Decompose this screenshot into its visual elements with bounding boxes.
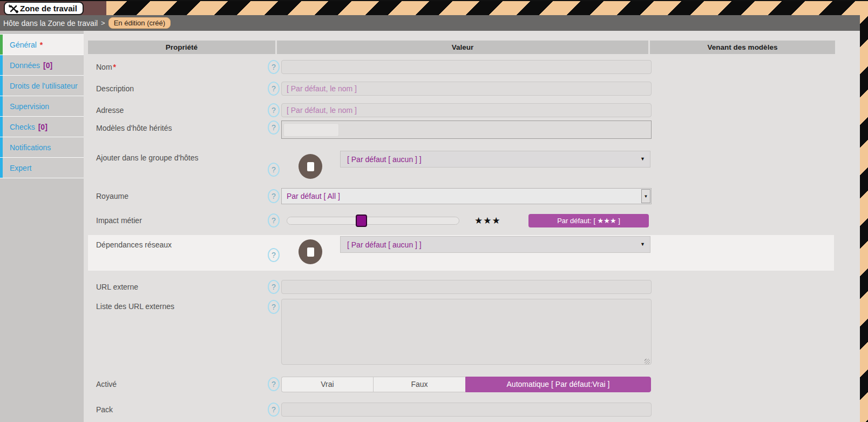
groupe-label: Ajouter dans le groupe d'hôtes [92, 145, 268, 162]
active-label: Activé [92, 380, 268, 388]
row-impact-metier: Impact métier ? ★★★ Par défaut: [ ★★★ ] [88, 208, 860, 233]
sidebar: Général * Données [0] Droits de l'utilis… [0, 31, 84, 422]
description-label: Description [92, 84, 268, 93]
row-description: Description ? [88, 78, 860, 99]
column-header-venant-modeles: Venant des modèles [650, 41, 835, 54]
active-option-automatique[interactable]: Automatique [ Par défaut:Vrai ] [465, 377, 651, 392]
impact-stars-value: ★★★ [474, 215, 496, 226]
help-icon[interactable]: ? [268, 248, 280, 262]
liste-url-textarea[interactable] [281, 299, 652, 365]
liste-url-label: Liste des URL externes [92, 299, 268, 311]
tab-required-marker: * [40, 41, 43, 49]
breadcrumb-separator: > [101, 19, 105, 27]
tab-label: Droits de l'utilisateur [10, 82, 78, 90]
top-bar: Zone de travail [0, 0, 868, 15]
help-icon[interactable]: ? [268, 213, 280, 227]
square-icon [307, 162, 314, 171]
modeles-tag-field[interactable] [283, 123, 339, 137]
chevron-down-icon: ▼ [644, 194, 648, 199]
dependances-label: Dépendances réseaux [92, 235, 268, 249]
impact-label: Impact métier [92, 216, 268, 225]
royaume-select-value: Par défaut [ All ] [287, 192, 340, 200]
tab-label: Checks [10, 123, 35, 131]
row-url-externe: URL externe ? [88, 275, 860, 299]
row-liste-url-externes: Liste des URL externes ? [88, 299, 860, 370]
tab-expert[interactable]: Expert [0, 158, 84, 178]
tab-supervision[interactable]: Supervision [0, 96, 84, 116]
adresse-label: Adresse [92, 106, 268, 115]
row-pack: Pack ? [88, 398, 860, 421]
row-nom: Nom* ? [88, 56, 860, 78]
tab-count-badge: [0] [38, 123, 48, 131]
tab-checks[interactable]: Checks [0] [0, 117, 84, 137]
help-icon[interactable]: ? [268, 120, 280, 135]
impact-slider-handle[interactable] [356, 215, 367, 227]
help-icon[interactable]: ? [268, 377, 280, 391]
help-icon[interactable]: ? [268, 60, 280, 74]
row-adresse: Adresse ? [88, 99, 860, 120]
dependances-add-button[interactable] [299, 239, 322, 264]
nom-input[interactable] [281, 60, 652, 74]
tools-icon [8, 3, 19, 14]
workspace-button-label: Zone de travail [20, 4, 77, 13]
url-externe-label: URL externe [92, 283, 268, 291]
row-dependances-reseaux: Dépendances réseaux ? [ Par défaut [ auc… [88, 235, 834, 271]
help-icon[interactable]: ? [268, 163, 280, 177]
tab-label: Supervision [10, 102, 49, 111]
dependances-dropdown-value: [ Par défaut [ aucun ] ] [347, 240, 422, 249]
help-icon[interactable]: ? [268, 403, 280, 417]
row-groupe-hotes: Ajouter dans le groupe d'hôtes ? [ Par d… [88, 145, 860, 184]
breadcrumb-bar: Hôte dans la Zone de travail > En éditio… [0, 15, 860, 31]
modeles-tag-input[interactable] [281, 120, 652, 139]
adresse-input[interactable] [281, 103, 652, 117]
row-royaume: Royaume ? Par défaut [ All ] ▼ [88, 184, 860, 208]
tab-count-badge: [0] [43, 61, 52, 70]
tab-donnees[interactable]: Données [0] [0, 55, 84, 75]
groupe-dropdown[interactable]: [ Par défaut [ aucun ] ] ▼ [340, 151, 650, 168]
groupe-add-button[interactable] [299, 154, 322, 179]
select-arrow-button[interactable]: ▼ [641, 189, 650, 203]
row-modeles-hote: Modèles d'hôte hérités ? [88, 120, 860, 145]
column-header-valeur: Valeur [277, 41, 648, 54]
chevron-down-icon: ▼ [640, 156, 645, 162]
pack-input[interactable] [281, 403, 652, 417]
impact-slider[interactable] [287, 217, 459, 225]
modeles-label: Modèles d'hôte hérités [92, 120, 268, 132]
chevron-down-icon: ▼ [640, 242, 645, 247]
tab-label: Notifications [10, 143, 51, 152]
tab-label: Général [10, 41, 37, 49]
column-header-propriete: Propriété [88, 41, 275, 54]
main-area: Général * Données [0] Droits de l'utilis… [0, 31, 860, 422]
url-externe-input[interactable] [281, 280, 652, 294]
breadcrumb[interactable]: Hôte dans la Zone de travail [3, 19, 98, 28]
workspace-button[interactable]: Zone de travail [4, 2, 84, 15]
active-option-vrai[interactable]: Vrai [281, 377, 373, 392]
royaume-select[interactable]: Par défaut [ All ] ▼ [281, 188, 652, 204]
tab-general[interactable]: Général * [0, 35, 84, 55]
groupe-dropdown-value: [ Par défaut [ aucun ] ] [347, 155, 422, 164]
nom-required-marker: * [113, 63, 116, 71]
nom-label: Nom [96, 63, 112, 71]
help-icon[interactable]: ? [268, 103, 280, 117]
help-icon[interactable]: ? [268, 82, 280, 96]
royaume-label: Royaume [92, 192, 268, 200]
help-icon[interactable]: ? [268, 300, 280, 314]
active-segmented-control: Vrai Faux Automatique [ Par défaut:Vrai … [281, 377, 651, 392]
form-content: Propriété Valeur Venant des modèles Nom*… [84, 31, 860, 422]
tab-notifications[interactable]: Notifications [0, 137, 84, 157]
status-badge: En édition (créé) [109, 17, 171, 29]
table-header: Propriété Valeur Venant des modèles [88, 41, 860, 54]
description-input[interactable] [281, 82, 652, 96]
page-background: Zone de travail Hôte dans la Zone de tra… [0, 0, 868, 422]
help-icon[interactable]: ? [268, 280, 280, 294]
impact-default-button[interactable]: Par défaut: [ ★★★ ] [528, 214, 649, 227]
tab-droits-utilisateur[interactable]: Droits de l'utilisateur [0, 76, 84, 96]
help-icon[interactable]: ? [268, 189, 280, 203]
tab-label: Données [10, 61, 40, 70]
square-icon [307, 247, 314, 257]
dependances-dropdown[interactable]: [ Par défaut [ aucun ] ] ▼ [340, 236, 650, 253]
pack-label: Pack [92, 405, 268, 414]
tab-label: Expert [10, 164, 31, 172]
active-option-faux[interactable]: Faux [373, 377, 465, 392]
row-active: Activé ? Vrai Faux Automatique [ Par déf… [88, 370, 860, 398]
